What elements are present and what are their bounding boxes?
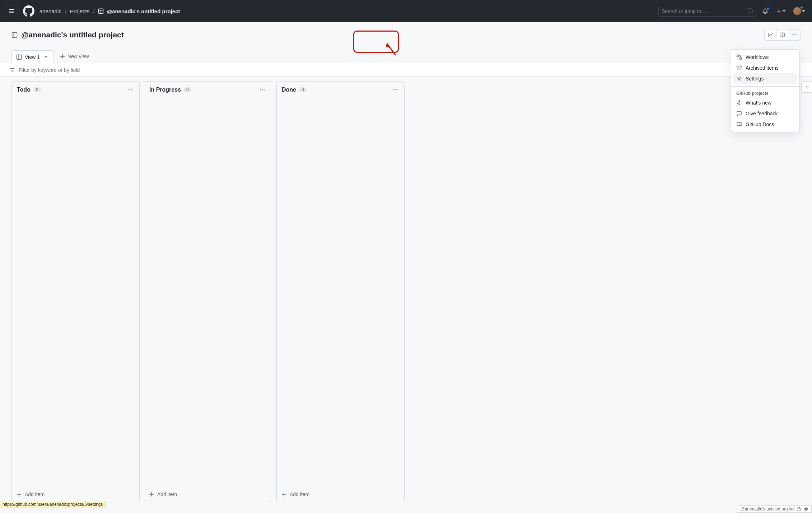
menu-section-header: GitHub projects: [733, 89, 797, 97]
hamburger-button[interactable]: [6, 5, 18, 17]
column-menu-button[interactable]: [258, 86, 267, 94]
menu-item-label: Archived items: [746, 65, 779, 71]
plus-icon: [804, 84, 810, 90]
add-item-label: Add item: [25, 491, 45, 497]
github-logo[interactable]: [23, 5, 34, 17]
breadcrumb: anenadic / Projects / @anenadic's untitl…: [39, 8, 180, 14]
svg-point-20: [396, 89, 397, 91]
user-menu-button[interactable]: [792, 6, 806, 17]
count-badge: 0: [299, 87, 307, 92]
view-tabs: View 1 New view: [0, 47, 812, 63]
search-shortcut: /: [747, 8, 753, 14]
project-header: @anenadic's untitled project: [0, 22, 812, 47]
add-item-button[interactable]: Add item: [12, 487, 139, 502]
breadcrumb-current: @anenadic's untitled project: [98, 8, 180, 14]
toolbar-group: [764, 29, 801, 41]
search-input[interactable]: Search or jump to… /: [658, 6, 756, 17]
column-title: Done: [282, 87, 296, 93]
svg-rect-5: [780, 33, 784, 37]
menu-item-label: Give feedback: [746, 111, 778, 116]
breadcrumb-separator: /: [65, 8, 66, 14]
sidebar-icon: [779, 32, 785, 38]
menu-item-whats-new[interactable]: What's new: [733, 97, 797, 108]
chevron-down-icon: [44, 55, 48, 59]
svg-point-8: [794, 34, 795, 36]
plus-icon: [281, 491, 287, 497]
filter-input[interactable]: [19, 67, 803, 73]
svg-point-17: [264, 89, 265, 91]
svg-rect-22: [740, 58, 742, 60]
svg-rect-23: [737, 66, 742, 67]
menu-item-docs[interactable]: GitHub Docs: [733, 119, 797, 130]
count-badge: 0: [33, 87, 41, 92]
column-title: In Progress: [149, 87, 181, 93]
svg-point-15: [260, 89, 261, 91]
kebab-icon: [127, 87, 133, 93]
table-icon: [98, 8, 104, 14]
filter-bar: [0, 63, 812, 77]
add-item-label: Add item: [157, 491, 177, 497]
avatar-dot-icon: [800, 6, 803, 9]
archive-icon: [736, 65, 742, 71]
tab-view1[interactable]: View 1: [11, 50, 54, 63]
page-title: @anenadic's untitled project: [11, 31, 124, 39]
add-item-button[interactable]: Add item: [144, 487, 272, 502]
tab-label: View 1: [25, 54, 40, 60]
menu-item-label: What's new: [746, 100, 771, 106]
filter-icon: [9, 67, 15, 73]
svg-point-14: [131, 89, 132, 91]
caret-down-icon: [802, 10, 805, 13]
svg-point-7: [792, 34, 793, 36]
breadcrumb-user[interactable]: anenadic: [39, 8, 61, 14]
add-column-button[interactable]: [801, 81, 812, 93]
breadcrumb-projects[interactable]: Projects: [70, 8, 89, 14]
svg-point-16: [262, 89, 263, 91]
panel-button[interactable]: [776, 29, 788, 40]
svg-rect-10: [17, 55, 22, 59]
insights-button[interactable]: [765, 29, 776, 40]
notifications-button[interactable]: [761, 7, 770, 15]
kebab-icon: [792, 32, 797, 38]
menu-item-settings[interactable]: Settings: [733, 73, 797, 84]
status-url: https://github.com/users/anenadic/projec…: [0, 501, 106, 507]
menu-item-workflows[interactable]: Workflows: [733, 52, 797, 63]
hamburger-icon: [9, 8, 15, 14]
column-body: [144, 98, 272, 487]
column-in-progress: In Progress 0 Add item: [144, 81, 272, 502]
column-title: Todo: [17, 87, 31, 93]
kebab-icon: [260, 87, 265, 93]
search-placeholder: Search or jump to…: [662, 8, 747, 14]
menu-item-label: GitHub Docs: [746, 121, 774, 127]
column-done: Done 0 Add item: [276, 81, 405, 502]
plus-icon: [16, 491, 22, 497]
menu-item-label: Settings: [746, 76, 764, 82]
plus-icon: [60, 54, 65, 59]
more-dropdown: Workflows Archived items Settings GitHub…: [731, 49, 800, 132]
global-header: anenadic / Projects / @anenadic's untitl…: [0, 0, 812, 22]
create-new-button[interactable]: [775, 7, 787, 15]
plus-icon: [149, 491, 154, 497]
notification-dot-icon: [766, 7, 770, 10]
menu-item-feedback[interactable]: Give feedback: [733, 108, 797, 119]
more-menu-button[interactable]: [788, 29, 800, 40]
gear-icon: [736, 76, 742, 82]
project-board: Todo 0 Add item In Progress 0 Add item: [0, 77, 812, 507]
menu-item-archived[interactable]: Archived items: [733, 63, 797, 73]
svg-rect-3: [12, 32, 17, 37]
new-view-button[interactable]: New view: [55, 50, 93, 63]
new-view-label: New view: [67, 54, 89, 59]
comment-icon: [736, 111, 742, 116]
svg-rect-21: [737, 55, 739, 57]
column-menu-button[interactable]: [126, 86, 134, 94]
add-item-button[interactable]: Add item: [277, 487, 404, 502]
count-badge: 0: [184, 87, 191, 92]
github-mark-icon: [23, 5, 34, 17]
svg-point-18: [393, 89, 394, 91]
menu-separator: [731, 86, 799, 87]
tab-options-button[interactable]: [43, 54, 49, 60]
column-body: [277, 98, 404, 487]
project-icon: [11, 32, 18, 38]
svg-point-24: [738, 78, 740, 79]
column-menu-button[interactable]: [391, 86, 399, 94]
rocket-icon: [736, 100, 742, 106]
